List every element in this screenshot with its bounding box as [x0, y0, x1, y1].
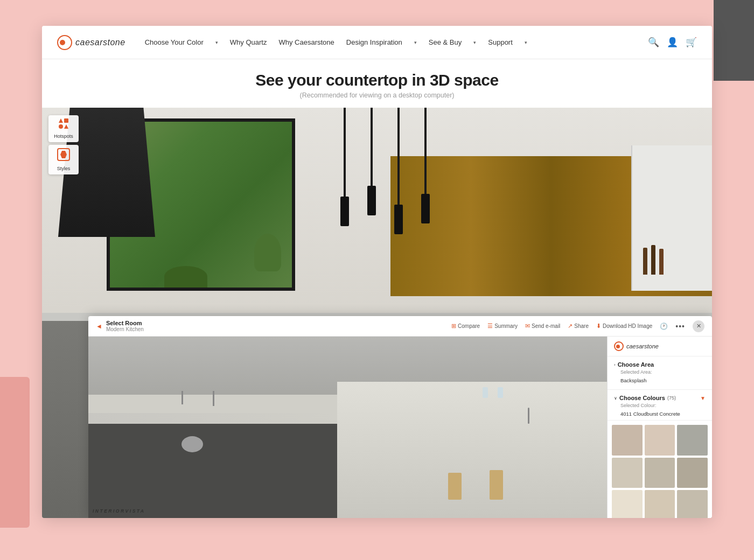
download-icon: ⬇: [596, 323, 601, 330]
page-subtitle: (Recommended for viewing on a desktop co…: [42, 92, 712, 99]
search-icon[interactable]: 🔍: [648, 37, 659, 48]
summary-label: Summary: [494, 323, 518, 329]
swatch-6[interactable]: [612, 490, 643, 518]
swatch-7[interactable]: [645, 490, 675, 518]
arrow-left-icon: ◄: [96, 323, 102, 330]
selected-area-label: Selected Area:: [620, 369, 706, 375]
swatch-0[interactable]: [612, 425, 643, 456]
modal-right-panel: caesarstone › Choose Area Selected Area:…: [607, 337, 712, 518]
hotspots-icon: [51, 118, 76, 123]
swatch-3[interactable]: [612, 458, 643, 488]
summary-icon: ☰: [487, 323, 493, 330]
account-icon[interactable]: 👤: [667, 37, 678, 48]
room-name: Modern Kitchen: [106, 326, 144, 332]
download-btn[interactable]: ⬇ Download HD Image: [596, 323, 652, 330]
topbar-actions: ⊞ Compare ☰ Summary ✉ Send e-mail ↗ Shar…: [451, 322, 685, 331]
kitchen-cabinet-right: [631, 145, 712, 291]
compare-btn[interactable]: ⊞ Compare: [451, 323, 480, 330]
selected-colour-label: Selected Colour:: [620, 403, 706, 408]
swatch-5[interactable]: [677, 458, 708, 488]
hanging-light-1: [344, 108, 346, 226]
compare-label: Compare: [458, 323, 480, 329]
close-button[interactable]: ✕: [693, 320, 704, 332]
nav-item-why-caesarstone[interactable]: Why Caesarstone: [278, 38, 334, 46]
select-room-label: Select Room: [106, 320, 144, 326]
hanging-light-2: [371, 108, 373, 215]
modal-kitchen-image: INTERIORVISTA: [88, 337, 607, 518]
navbar: caesarstone Choose Your Color▾ Why Quart…: [42, 26, 712, 59]
nav-item-choose-color[interactable]: Choose Your Color: [145, 38, 204, 46]
swatch-8[interactable]: [677, 490, 708, 518]
hotspots-button[interactable]: Hotspots: [48, 115, 79, 142]
selected-area-value: Backsplash: [620, 377, 647, 383]
main-container: caesarstone Choose Your Color▾ Why Quart…: [42, 26, 712, 518]
styles-label: Styles: [57, 166, 71, 171]
panel-logo: caesarstone: [608, 337, 712, 356]
share-btn[interactable]: ↗ Share: [568, 323, 589, 330]
modal-overlay: ◄ Select Room Modern Kitchen ⊞ Compare ☰…: [88, 316, 712, 518]
swatch-2[interactable]: [677, 425, 708, 456]
hanging-light-3: [397, 108, 400, 234]
nav-item-design-inspiration[interactable]: Design Inspiration: [346, 38, 402, 46]
logo-area[interactable]: caesarstone: [57, 35, 125, 50]
nav-links: Choose Your Color▾ Why Quartz Why Caesar…: [145, 38, 648, 46]
filter-icon[interactable]: ▼: [700, 395, 706, 401]
email-label: Send e-mail: [532, 323, 560, 329]
swatch-4[interactable]: [645, 458, 675, 488]
color-swatches-grid: [608, 421, 712, 518]
bg-decoration-left: [0, 377, 30, 528]
panel-logo-icon: [614, 341, 624, 351]
nav-item-support[interactable]: Support: [488, 38, 513, 46]
choose-area-title: Choose Area: [618, 361, 654, 368]
choose-area-chevron: ›: [614, 362, 616, 367]
modal-topbar: ◄ Select Room Modern Kitchen ⊞ Compare ☰…: [88, 316, 712, 337]
selected-colour-value: 4011 Cloudburst Concrete: [620, 411, 680, 417]
logo-text: caesarstone: [75, 38, 125, 47]
choose-area-section: › Choose Area Selected Area: Backsplash: [608, 356, 712, 390]
choose-colours-section: ∨ Choose Colours (75) ▼ Selected Colour:…: [608, 390, 712, 421]
nav-icons: 🔍 👤 🛒: [648, 37, 697, 48]
choose-colours-chevron: ∨: [614, 396, 617, 401]
styles-button[interactable]: Styles: [48, 145, 79, 174]
hanging-light-4: [424, 108, 427, 223]
email-icon: ✉: [525, 323, 530, 330]
cart-icon[interactable]: 🛒: [686, 37, 697, 48]
download-label: Download HD Image: [603, 323, 652, 329]
logo-icon: [57, 35, 72, 50]
hotspots-label: Hotspots: [54, 134, 73, 139]
styles-icon: [57, 148, 70, 161]
bg-decoration-right: [714, 0, 754, 81]
page-header: See your countertop in 3D space (Recomme…: [42, 59, 712, 108]
room-select-area[interactable]: Select Room Modern Kitchen: [106, 320, 144, 332]
choose-colours-title: Choose Colours: [619, 395, 665, 401]
nav-item-why-quartz[interactable]: Why Quartz: [230, 38, 267, 46]
compare-icon: ⊞: [451, 323, 456, 330]
panel-logo-text: caesarstone: [626, 343, 659, 349]
swatch-1[interactable]: [645, 425, 675, 456]
share-icon: ↗: [568, 323, 573, 330]
page-title: See your countertop in 3D space: [42, 71, 712, 89]
timer-icon: 🕐: [660, 323, 668, 330]
summary-btn[interactable]: ☰ Summary: [487, 323, 518, 330]
viewer-area: Hotspots Styles ◄ Select Room Modern Kit…: [42, 108, 712, 518]
viewer-toolbar: Hotspots Styles: [48, 115, 79, 174]
watermark: INTERIORVISTA: [93, 508, 145, 514]
more-options-btn[interactable]: •••: [675, 322, 685, 331]
nav-item-see-buy[interactable]: See & Buy: [429, 38, 462, 46]
share-label: Share: [574, 323, 589, 329]
send-email-btn[interactable]: ✉ Send e-mail: [525, 323, 560, 330]
colours-count: (75): [667, 395, 676, 401]
modal-content: INTERIORVISTA caesarstone ›: [88, 337, 712, 518]
